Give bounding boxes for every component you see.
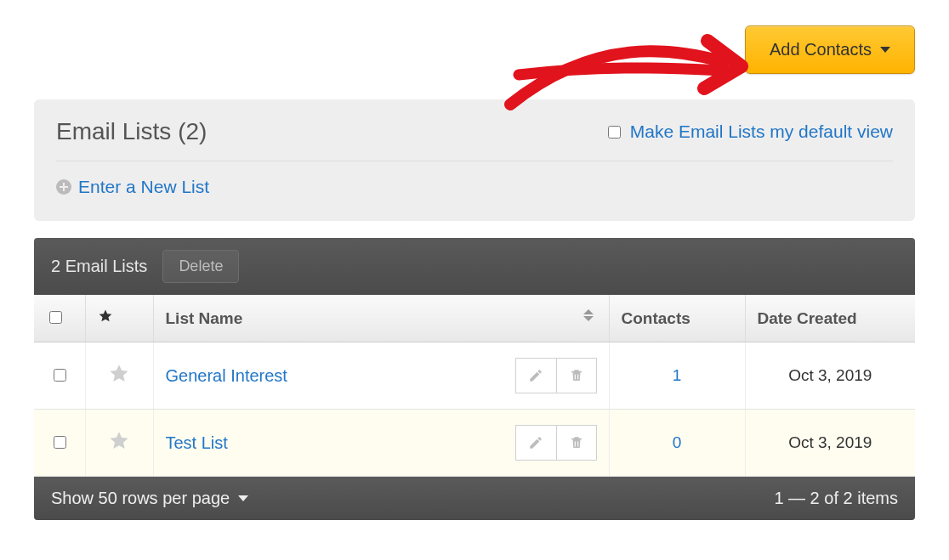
list-name-link[interactable]: General Interest <box>166 366 287 386</box>
table-row: Test List 0 Oct 3, 2019 <box>34 410 915 477</box>
list-name-cell: Test List <box>166 425 597 461</box>
row-actions <box>515 358 597 393</box>
default-view-checkbox[interactable] <box>608 126 621 139</box>
star-icon <box>108 363 130 385</box>
default-view-toggle[interactable]: Make Email Lists my default view <box>605 122 893 142</box>
table-row: General Interest 1 Oct 3, 2019 <box>34 342 915 410</box>
top-actions-bar: Add Contacts <box>17 17 932 82</box>
trash-icon <box>569 435 584 450</box>
table-header-row: List Name Contacts Date Created <box>34 295 915 342</box>
default-view-label[interactable]: Make Email Lists my default view <box>630 122 893 142</box>
contacts-count-link[interactable]: 1 <box>673 366 682 384</box>
add-contacts-button[interactable]: Add Contacts <box>745 25 915 74</box>
pencil-icon <box>528 368 543 383</box>
rows-per-page-selector[interactable]: Show 50 rows per page <box>51 489 248 508</box>
delete-row-button[interactable] <box>556 425 597 461</box>
col-date-created[interactable]: Date Created <box>745 295 915 342</box>
lists-count-label: 2 Email Lists <box>51 257 147 276</box>
email-lists-panel: Email Lists (2) Make Email Lists my defa… <box>34 99 915 221</box>
panel-header: Email Lists (2) Make Email Lists my defa… <box>56 118 893 161</box>
col-list-name[interactable]: List Name <box>153 295 609 342</box>
col-select-all[interactable] <box>34 295 85 342</box>
star-icon <box>98 309 113 327</box>
col-contacts[interactable]: Contacts <box>609 295 745 342</box>
delete-row-button[interactable] <box>556 358 597 393</box>
lists-table-wrap: 2 Email Lists Delete List Name <box>34 238 915 477</box>
row-checkbox[interactable] <box>54 436 66 449</box>
col-list-name-label: List Name <box>166 309 243 327</box>
lists-table: List Name Contacts Date Created <box>34 295 915 477</box>
plus-circle-icon <box>56 179 71 195</box>
lists-toolbar: 2 Email Lists Delete <box>34 238 915 295</box>
add-contacts-label: Add Contacts <box>770 40 872 59</box>
caret-down-icon <box>238 495 248 501</box>
trash-icon <box>569 368 584 383</box>
pagination-range: 1 — 2 of 2 items <box>774 489 898 508</box>
list-name-cell: General Interest <box>166 358 597 393</box>
select-all-checkbox[interactable] <box>49 311 62 324</box>
enter-new-list-link[interactable]: Enter a New List <box>78 177 209 197</box>
pencil-icon <box>528 435 543 450</box>
list-name-link[interactable]: Test List <box>166 433 228 453</box>
contacts-count-link[interactable]: 0 <box>673 433 682 451</box>
enter-new-list-row[interactable]: Enter a New List <box>56 177 893 197</box>
edit-button[interactable] <box>515 425 556 461</box>
favorite-toggle[interactable] <box>85 410 153 477</box>
row-checkbox[interactable] <box>54 369 66 382</box>
sort-arrows-icon[interactable] <box>583 309 594 321</box>
delete-button[interactable]: Delete <box>162 250 239 283</box>
row-actions <box>515 425 597 461</box>
col-contacts-label: Contacts <box>622 309 690 327</box>
panel-title: Email Lists (2) <box>56 118 207 145</box>
favorite-toggle[interactable] <box>85 342 153 410</box>
star-icon <box>108 430 130 452</box>
caret-down-icon <box>880 47 890 53</box>
col-favorite[interactable] <box>85 295 153 342</box>
edit-button[interactable] <box>515 358 556 393</box>
col-date-label: Date Created <box>758 309 857 327</box>
date-created-cell: Oct 3, 2019 <box>745 410 915 477</box>
rows-per-page-label: Show 50 rows per page <box>51 489 230 508</box>
table-footer: Show 50 rows per page 1 — 2 of 2 items <box>34 477 915 520</box>
date-created-cell: Oct 3, 2019 <box>745 342 915 410</box>
